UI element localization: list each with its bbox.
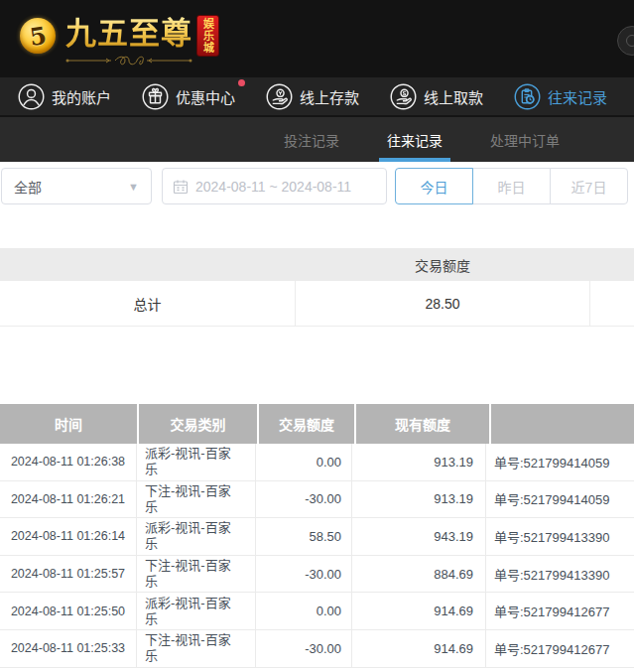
table-row: 2024-08-11 01:26:21 下注-视讯-百家乐 -30.00 913…	[0, 481, 634, 519]
cell-balance: 914.69	[352, 593, 486, 629]
notification-dot	[238, 79, 245, 86]
cell-order: 单号:521799414059	[486, 481, 634, 518]
sub-tab-bar: 投注记录 往来记录 处理中订单	[0, 117, 634, 162]
top-header: 5 九五至尊 娱乐城	[0, 0, 634, 77]
button-label: 今日	[421, 177, 448, 197]
cell-amount: -30.00	[256, 481, 352, 518]
tab-betting-records[interactable]: 投注记录	[276, 117, 347, 162]
summary-table: 交易额度 总计 28.50	[0, 248, 634, 327]
cell-time: 2024-08-11 01:26:14	[0, 518, 137, 555]
nav-item-deposit[interactable]: 线上存款	[266, 83, 359, 110]
tab-label: 处理中订单	[490, 130, 560, 150]
nav-label: 线上取款	[424, 86, 483, 107]
nav-item-transaction-records[interactable]: 往来记录	[514, 83, 607, 110]
cell-time: 2024-08-11 01:26:38	[0, 444, 137, 480]
flourish-ornament-icon	[65, 55, 192, 67]
cell-order: 单号:521799413390	[486, 518, 634, 555]
withdraw-icon	[390, 83, 417, 110]
calendar-icon	[173, 179, 189, 195]
nav-item-promotions[interactable]: 优惠中心	[142, 83, 235, 110]
table-row: 2024-08-11 01:26:38 派彩-视讯-百家乐 0.00 913.1…	[0, 444, 634, 481]
date-quick-buttons: 今日 昨日 近7日	[395, 168, 628, 204]
tab-label: 往来记录	[387, 130, 443, 150]
last7days-button[interactable]: 近7日	[550, 168, 628, 204]
nav-label: 线上存款	[300, 86, 359, 107]
cell-amount: 0.00	[256, 593, 352, 629]
category-select[interactable]: 全部 ▼	[1, 168, 152, 204]
logo-coin-icon: 5	[20, 18, 56, 54]
cell-amount: 58.50	[256, 518, 352, 555]
summary-total-label: 总计	[0, 294, 295, 314]
nav-label: 我的账户	[52, 86, 111, 107]
user-icon	[18, 83, 45, 110]
records-header-row: 时间 交易类别 交易额度 现有额度	[0, 404, 634, 444]
cell-time: 2024-08-11 01:26:21	[0, 481, 137, 518]
filter-bar: 全部 ▼ 2024-08-11 ~ 2024-08-11 今日 昨日 近7日	[0, 162, 634, 216]
cell-type: 派彩-视讯-百家乐	[137, 518, 256, 555]
cell-balance: 914.69	[352, 630, 486, 667]
col-header-order	[491, 404, 634, 444]
customer-service-icon[interactable]	[617, 26, 634, 56]
cell-amount: -30.00	[256, 556, 352, 593]
yesterday-button[interactable]: 昨日	[472, 168, 551, 204]
col-header-type: 交易类别	[139, 404, 257, 444]
main-nav: 我的账户 优惠中心 线上存款 线上取款	[0, 77, 634, 117]
cell-balance: 913.19	[352, 481, 486, 518]
date-range-value: 2024-08-11 ~ 2024-08-11	[195, 179, 351, 195]
cell-type: 下注-视讯-百家乐	[137, 630, 256, 667]
cell-order: 单号:521799414059	[486, 444, 634, 480]
records-icon	[514, 83, 541, 110]
nav-item-withdraw[interactable]: 线上取款	[390, 83, 483, 110]
logo[interactable]: 5 九五至尊 娱乐城	[20, 14, 219, 57]
table-row: 2024-08-11 01:25:50 派彩-视讯-百家乐 0.00 914.6…	[0, 593, 634, 630]
summary-column-header: 交易额度	[295, 255, 590, 275]
chevron-down-icon: ▼	[128, 181, 139, 193]
cell-type: 派彩-视讯-百家乐	[137, 593, 256, 629]
summary-total-row: 总计 28.50	[0, 281, 634, 327]
nav-label: 往来记录	[548, 86, 607, 107]
col-header-amount: 交易额度	[259, 404, 354, 444]
cell-type: 下注-视讯-百家乐	[137, 556, 256, 593]
category-selected-value: 全部	[14, 177, 42, 197]
cell-time: 2024-08-11 01:25:50	[0, 593, 137, 629]
table-row: 2024-08-11 01:25:57 下注-视讯-百家乐 -30.00 884…	[0, 556, 634, 594]
date-range-input[interactable]: 2024-08-11 ~ 2024-08-11	[162, 168, 387, 204]
logo-monogram: 5	[28, 20, 49, 51]
cell-order: 单号:521799412677	[486, 630, 634, 667]
summary-total-value: 28.50	[295, 281, 590, 326]
gift-icon	[142, 83, 169, 110]
deposit-icon	[266, 83, 293, 110]
button-label: 昨日	[498, 177, 526, 197]
brand-name: 九五至尊	[65, 14, 192, 54]
brand-badge: 娱乐城	[196, 15, 219, 57]
cell-order: 单号:521799412677	[486, 593, 634, 629]
records-table: 时间 交易类别 交易额度 现有额度 2024-08-11 01:26:38 派彩…	[0, 404, 634, 668]
cell-time: 2024-08-11 01:25:57	[0, 556, 137, 593]
col-header-balance: 现有额度	[356, 404, 489, 444]
cell-type: 下注-视讯-百家乐	[137, 481, 256, 518]
cell-time: 2024-08-11 01:25:33	[0, 630, 137, 667]
cell-balance: 913.19	[352, 444, 486, 480]
col-header-time: 时间	[0, 404, 137, 444]
today-button[interactable]: 今日	[395, 168, 473, 204]
cell-amount: -30.00	[256, 630, 352, 667]
cell-balance: 884.69	[352, 556, 486, 593]
tab-transaction-records[interactable]: 往来记录	[379, 117, 450, 162]
cell-order: 单号:521799413390	[486, 556, 634, 593]
cell-type: 派彩-视讯-百家乐	[137, 444, 256, 480]
table-row: 2024-08-11 01:25:33 下注-视讯-百家乐 -30.00 914…	[0, 630, 634, 668]
button-label: 近7日	[571, 177, 607, 197]
cell-balance: 943.19	[352, 518, 486, 555]
summary-header-row: 交易额度	[0, 248, 634, 281]
nav-item-my-account[interactable]: 我的账户	[18, 83, 111, 110]
table-row: 2024-08-11 01:26:14 派彩-视讯-百家乐 58.50 943.…	[0, 518, 634, 556]
tab-processing-orders[interactable]: 处理中订单	[482, 117, 568, 162]
nav-label: 优惠中心	[176, 86, 235, 107]
cell-amount: 0.00	[256, 444, 352, 480]
tab-label: 投注记录	[284, 130, 339, 150]
